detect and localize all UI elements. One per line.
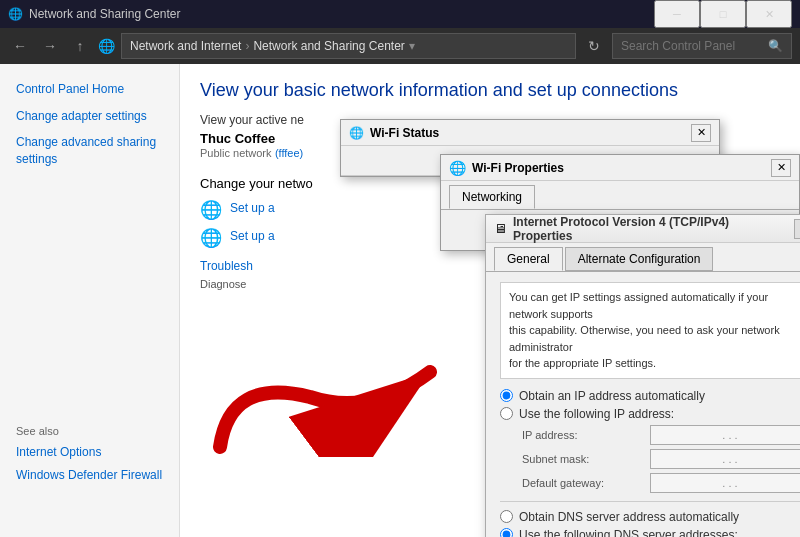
manual-ip-radio[interactable] — [500, 407, 513, 420]
breadcrumb[interactable]: Network and Internet › Network and Shari… — [121, 33, 576, 59]
manual-ip-row: Use the following IP address: — [500, 407, 800, 421]
page-title: View your basic network information and … — [200, 80, 780, 101]
wifi-status-close[interactable]: ✕ — [691, 124, 711, 142]
setup-link-1[interactable]: Set up a — [230, 199, 275, 218]
tcp-title: Internet Protocol Version 4 (TCP/IPv4) P… — [513, 215, 788, 243]
gateway-input[interactable]: . . . — [650, 473, 800, 493]
gateway-field-row: Default gateway: . . . — [500, 473, 800, 493]
search-input[interactable] — [621, 39, 764, 53]
content-area: View your basic network information and … — [180, 64, 800, 537]
wifi-status-icon: 🌐 — [349, 126, 364, 140]
tcp-description: You can get IP settings assigned automat… — [500, 282, 800, 379]
wifi-status-title: Wi-Fi Status — [370, 126, 685, 140]
wifi-props-titlebar: 🌐 Wi-Fi Properties ✕ — [441, 155, 799, 181]
network-name: Thuc Coffee — [200, 131, 275, 146]
see-also-title: See also — [16, 425, 164, 437]
setup-link-2[interactable]: Set up a — [230, 227, 275, 246]
tcp-close-btn[interactable]: ✕ — [794, 219, 800, 239]
tcp-tabs: General Alternate Configuration — [486, 243, 800, 272]
close-button[interactable]: ✕ — [746, 0, 792, 28]
subnet-field-row: Subnet mask: . . . — [500, 449, 800, 469]
manual-dns-row: Use the following DNS server addresses: — [500, 528, 800, 538]
wifi-props-title: Wi-Fi Properties — [472, 161, 765, 175]
sidebar: Control Panel Home Change adapter settin… — [0, 64, 180, 537]
dns-section: Obtain DNS server address automatically … — [500, 510, 800, 538]
ip-section: Obtain an IP address automatically Use t… — [500, 389, 800, 493]
section-divider — [500, 501, 800, 502]
auto-dns-radio[interactable] — [500, 510, 513, 523]
tcp-tab-general[interactable]: General — [494, 247, 563, 271]
sidebar-change-advanced[interactable]: Change advanced sharing settings — [0, 130, 179, 172]
breadcrumb-network[interactable]: Network and Internet — [130, 39, 241, 53]
addressbar: ← → ↑ 🌐 Network and Internet › Network a… — [0, 28, 800, 64]
auto-ip-label: Obtain an IP address automatically — [519, 389, 705, 403]
refresh-button[interactable]: ↻ — [582, 34, 606, 58]
titlebar-title: Network and Sharing Center — [29, 7, 648, 21]
red-arrow — [210, 297, 470, 457]
window-controls: ─ □ ✕ — [654, 0, 792, 28]
minimize-button[interactable]: ─ — [654, 0, 700, 28]
tcp-dialog: 🖥 Internet Protocol Version 4 (TCP/IPv4)… — [485, 214, 800, 537]
sidebar-internet-options[interactable]: Internet Options — [16, 441, 164, 464]
titlebar: 🌐 Network and Sharing Center ─ □ ✕ — [0, 0, 800, 28]
breadcrumb-sep-1: › — [245, 39, 249, 53]
main-area: Control Panel Home Change adapter settin… — [0, 64, 800, 537]
maximize-button[interactable]: □ — [700, 0, 746, 28]
manual-dns-label: Use the following DNS server addresses: — [519, 528, 738, 538]
tcp-tab-alternate[interactable]: Alternate Configuration — [565, 247, 714, 271]
auto-ip-row: Obtain an IP address automatically — [500, 389, 800, 403]
wifi-props-icon: 🌐 — [449, 160, 466, 176]
wifi-props-tabs: Networking — [441, 181, 799, 210]
wifi-status-titlebar: 🌐 Wi-Fi Status ✕ — [341, 120, 719, 146]
breadcrumb-icon: 🌐 — [98, 38, 115, 54]
sidebar-windows-firewall[interactable]: Windows Defender Firewall — [16, 464, 164, 487]
subnet-label: Subnet mask: — [522, 453, 642, 465]
subnet-input[interactable]: . . . — [650, 449, 800, 469]
network-coffee-ref: (fffee) — [275, 147, 303, 159]
sidebar-control-panel-home[interactable]: Control Panel Home — [0, 76, 179, 103]
search-icon: 🔍 — [768, 39, 783, 53]
back-button[interactable]: ← — [8, 34, 32, 58]
auto-ip-radio[interactable] — [500, 389, 513, 402]
search-box[interactable]: 🔍 — [612, 33, 792, 59]
ip-label: IP address: — [522, 429, 642, 441]
manual-dns-radio[interactable] — [500, 528, 513, 537]
tcp-icon: 🖥 — [494, 221, 507, 236]
breadcrumb-sharing[interactable]: Network and Sharing Center — [253, 39, 404, 53]
tcp-titlebar: 🖥 Internet Protocol Version 4 (TCP/IPv4)… — [486, 215, 800, 243]
breadcrumb-sep-2: ▾ — [409, 39, 415, 53]
setup-icon-2: 🌐 — [200, 227, 222, 249]
tcp-body: You can get IP settings assigned automat… — [486, 272, 800, 537]
auto-dns-row: Obtain DNS server address automatically — [500, 510, 800, 524]
forward-button[interactable]: → — [38, 34, 62, 58]
manual-ip-label: Use the following IP address: — [519, 407, 674, 421]
up-button[interactable]: ↑ — [68, 34, 92, 58]
wifi-tab-networking[interactable]: Networking — [449, 185, 535, 209]
wifi-props-close[interactable]: ✕ — [771, 159, 791, 177]
sidebar-change-adapter[interactable]: Change adapter settings — [0, 103, 179, 130]
setup-icon-1: 🌐 — [200, 199, 222, 221]
gateway-label: Default gateway: — [522, 477, 642, 489]
app-icon: 🌐 — [8, 7, 23, 21]
ip-field-row: IP address: . . . — [500, 425, 800, 445]
network-type: Public network — [200, 147, 272, 159]
auto-dns-label: Obtain DNS server address automatically — [519, 510, 739, 524]
ip-input[interactable]: . . . — [650, 425, 800, 445]
